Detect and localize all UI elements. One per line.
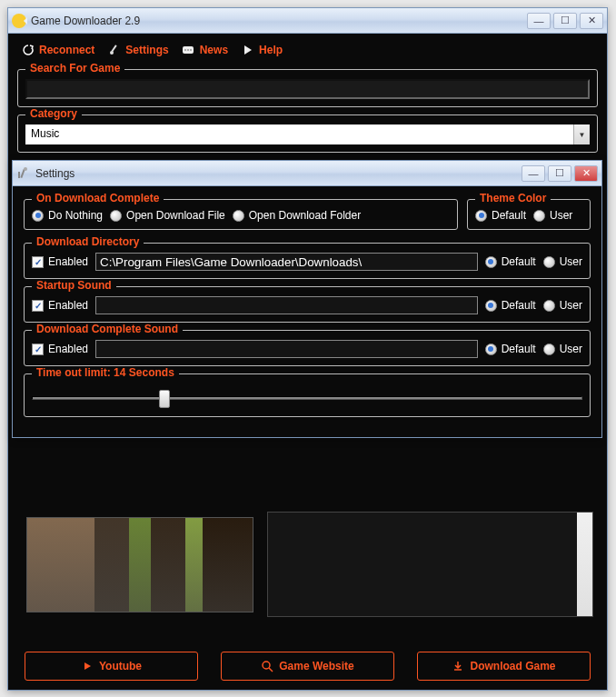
svg-point-4 xyxy=(187,49,189,51)
website-button[interactable]: Game Website xyxy=(221,652,394,681)
radio-icon xyxy=(543,300,555,312)
checkbox-icon: ✓ xyxy=(32,256,44,268)
svg-rect-9 xyxy=(18,172,20,178)
radio-icon xyxy=(485,300,497,312)
settings-button[interactable]: Settings xyxy=(107,43,168,56)
settings-close-button[interactable]: ✕ xyxy=(574,165,598,182)
on-complete-legend: On Download Complete xyxy=(32,192,164,204)
youtube-button[interactable]: Youtube xyxy=(25,652,198,681)
download-dir-legend: Download Directory xyxy=(32,235,144,248)
timeout-fieldset: Time out limit: 14 Seconds xyxy=(24,373,591,417)
main-title: Game Downloader 2.9 xyxy=(31,15,527,27)
svg-rect-1 xyxy=(111,45,116,52)
radio-icon xyxy=(485,256,497,268)
info-panel xyxy=(267,512,593,617)
startup-sound-legend: Startup Sound xyxy=(32,279,116,292)
radio-icon xyxy=(110,210,122,222)
category-combobox[interactable]: Music ▼ xyxy=(25,124,590,144)
on-complete-open-file[interactable]: Open Download File xyxy=(110,209,225,222)
search-input[interactable] xyxy=(25,79,590,99)
download-dir-enabled[interactable]: ✓Enabled xyxy=(32,255,88,268)
news-icon xyxy=(182,43,195,56)
download-button[interactable]: Download Game xyxy=(417,652,591,681)
game-image xyxy=(27,518,253,612)
close-button[interactable]: ✕ xyxy=(580,13,603,29)
on-complete-open-folder[interactable]: Open Download Folder xyxy=(233,209,361,222)
download-icon xyxy=(452,660,464,672)
checkbox-icon: ✓ xyxy=(32,344,44,355)
timeout-slider[interactable] xyxy=(32,396,582,400)
radio-icon xyxy=(543,344,555,355)
search-legend: Search For Game xyxy=(25,62,124,75)
website-label: Game Website xyxy=(279,660,353,672)
startup-sound-user[interactable]: User xyxy=(543,299,582,312)
download-dir-path[interactable] xyxy=(95,253,478,271)
complete-sound-user[interactable]: User xyxy=(543,343,582,355)
startup-sound-default[interactable]: Default xyxy=(485,299,536,312)
help-button[interactable]: Help xyxy=(241,43,283,56)
download-dir-user[interactable]: User xyxy=(543,255,582,268)
news-label: News xyxy=(200,44,228,56)
complete-sound-fieldset: Download Complete Sound ✓Enabled Default… xyxy=(24,330,591,366)
on-complete-nothing[interactable]: Do Nothing xyxy=(32,209,103,222)
complete-sound-legend: Download Complete Sound xyxy=(32,323,183,335)
svg-point-5 xyxy=(190,49,192,51)
minimize-button[interactable]: — xyxy=(527,13,551,29)
download-dir-default[interactable]: Default xyxy=(485,255,536,268)
maximize-button[interactable]: ☐ xyxy=(553,13,577,29)
startup-sound-enabled[interactable]: ✓Enabled xyxy=(32,299,88,312)
slider-thumb[interactable] xyxy=(159,390,170,408)
category-legend: Category xyxy=(25,107,82,120)
settings-minimize-button[interactable]: — xyxy=(522,165,545,182)
bottom-buttons: Youtube Game Website Download Game xyxy=(25,652,591,681)
youtube-label: Youtube xyxy=(99,660,142,672)
radio-icon xyxy=(533,210,545,222)
complete-sound-enabled[interactable]: ✓Enabled xyxy=(32,343,88,355)
reconnect-label: Reconnect xyxy=(39,44,94,56)
settings-titlebar[interactable]: Settings — ☐ ✕ xyxy=(13,161,601,186)
settings-body: On Download Complete Do Nothing Open Dow… xyxy=(13,186,601,437)
scrollbar[interactable] xyxy=(577,513,592,616)
checkbox-icon: ✓ xyxy=(32,300,44,312)
timeout-legend: Time out limit: 14 Seconds xyxy=(32,366,179,379)
settings-label: Settings xyxy=(125,44,168,56)
search-fieldset: Search For Game xyxy=(17,69,598,107)
settings-title: Settings xyxy=(35,167,522,180)
settings-icon xyxy=(107,43,121,56)
download-label: Download Game xyxy=(470,660,555,672)
svg-point-11 xyxy=(24,167,27,171)
radio-icon xyxy=(32,210,44,222)
news-button[interactable]: News xyxy=(182,43,228,56)
on-complete-fieldset: On Download Complete Do Nothing Open Dow… xyxy=(24,199,458,230)
complete-sound-path[interactable] xyxy=(95,340,478,358)
download-dir-fieldset: Download Directory ✓Enabled Default User xyxy=(24,243,591,279)
settings-window: Settings — ☐ ✕ On Download Complete Do N… xyxy=(12,160,602,438)
reconnect-button[interactable]: Reconnect xyxy=(21,43,94,56)
app-icon xyxy=(12,14,26,28)
play-icon xyxy=(81,660,94,672)
startup-sound-path[interactable] xyxy=(95,296,478,314)
theme-legend: Theme Color xyxy=(475,192,551,204)
svg-point-7 xyxy=(263,662,270,669)
reconnect-icon xyxy=(21,43,35,56)
settings-maximize-button[interactable]: ☐ xyxy=(548,165,571,182)
theme-user[interactable]: User xyxy=(533,209,572,222)
chevron-down-icon: ▼ xyxy=(573,124,590,144)
svg-line-8 xyxy=(269,668,273,672)
theme-default[interactable]: Default xyxy=(475,209,526,222)
radio-icon xyxy=(233,210,244,222)
category-fieldset: Category Music ▼ xyxy=(17,115,598,153)
settings-window-icon xyxy=(16,166,31,181)
svg-point-3 xyxy=(184,49,186,51)
help-icon xyxy=(241,43,254,56)
game-thumbnail[interactable] xyxy=(26,517,253,612)
search-icon xyxy=(261,660,273,672)
help-label: Help xyxy=(259,44,283,56)
toolbar: Reconnect Settings News Help xyxy=(17,39,598,64)
main-titlebar[interactable]: Game Downloader 2.9 — ☐ ✕ xyxy=(8,8,607,34)
radio-icon xyxy=(543,256,555,268)
radio-icon xyxy=(485,344,497,355)
radio-icon xyxy=(475,210,487,222)
complete-sound-default[interactable]: Default xyxy=(485,343,536,355)
category-value: Music xyxy=(25,124,573,144)
